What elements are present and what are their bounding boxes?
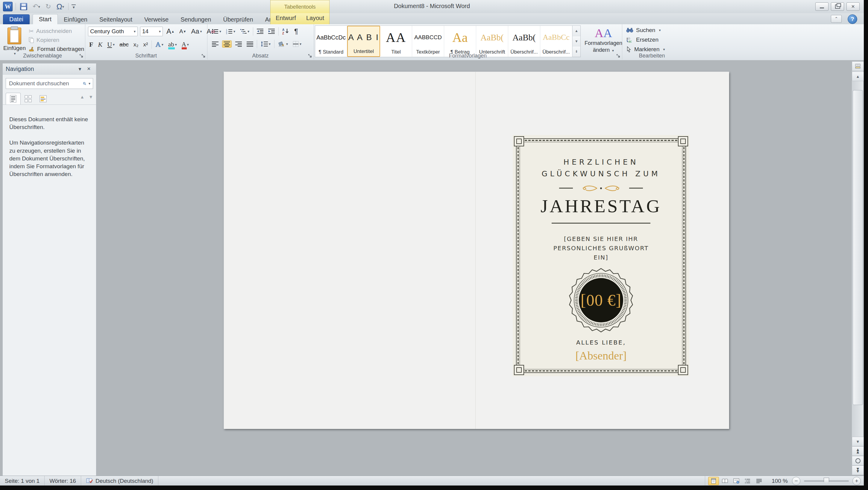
- tab-sendungen[interactable]: Sendungen: [175, 15, 217, 24]
- font-color-button[interactable]: A▾: [181, 41, 190, 48]
- bullets-button[interactable]: ▾: [211, 28, 222, 35]
- tab-entwurf[interactable]: Entwurf: [273, 13, 299, 23]
- subscript-button[interactable]: x₂: [132, 41, 140, 49]
- zoom-slider-thumb[interactable]: [824, 478, 829, 484]
- symbol-button[interactable]: Ω ▾: [55, 2, 65, 11]
- scroll-down-button[interactable]: ▼: [852, 437, 864, 446]
- superscript-button[interactable]: x²: [142, 41, 149, 49]
- increase-indent-button[interactable]: [267, 28, 276, 35]
- tab-layout[interactable]: Layout: [304, 13, 327, 23]
- vertical-scrollbar[interactable]: ▲ ▼ ▲▲ ▼▼: [852, 61, 863, 475]
- web-layout-view-button[interactable]: [731, 477, 742, 485]
- underline-button[interactable]: U▾: [106, 40, 116, 49]
- previous-heading-arrow[interactable]: ▲: [80, 94, 84, 99]
- navigation-pane-menu-arrow[interactable]: ▼: [75, 66, 85, 71]
- shading-arrow[interactable]: ▾: [286, 42, 288, 46]
- tab-ueberpruefen[interactable]: Überprüfen: [217, 15, 259, 24]
- zoom-level-button[interactable]: 100 %: [768, 478, 792, 484]
- find-arrow[interactable]: ▾: [659, 28, 660, 32]
- font-name-combo[interactable]: Century Goth ▾: [88, 27, 138, 36]
- numbering-button[interactable]: 123 ▾: [225, 28, 237, 35]
- greeting-card[interactable]: HERZLICHEN GLÜCKWUNSCH ZUM: [513, 135, 689, 376]
- bold-button[interactable]: F: [88, 40, 94, 49]
- style-ueberschrift1[interactable]: AaBb( Überschrif...: [508, 26, 540, 57]
- next-heading-arrow[interactable]: ▼: [89, 94, 93, 99]
- sort-button[interactable]: AZ: [281, 28, 291, 35]
- tab-seitenlayout[interactable]: Seitenlayout: [93, 15, 138, 24]
- nav-tab-pages[interactable]: [21, 93, 36, 104]
- underline-arrow[interactable]: ▾: [113, 42, 115, 47]
- select-arrow[interactable]: ▾: [663, 47, 665, 52]
- shrink-font-button[interactable]: A▼: [178, 28, 188, 35]
- align-center-button[interactable]: [222, 40, 232, 48]
- copy-button[interactable]: Kopieren: [28, 36, 84, 44]
- text-effects-arrow[interactable]: ▾: [162, 42, 163, 47]
- style-standard[interactable]: AaBbCcDc ¶ Standard: [315, 26, 347, 57]
- styles-scroll-down[interactable]: ▼: [572, 36, 580, 47]
- style-ueberschrift2[interactable]: AaBbCc Überschrif...: [540, 26, 572, 57]
- card-sender-placeholder[interactable]: [Absender]: [522, 349, 680, 362]
- tab-datei[interactable]: Datei: [3, 14, 30, 24]
- tab-einfuegen[interactable]: Einfügen: [58, 15, 93, 24]
- zoom-out-button[interactable]: −: [792, 477, 800, 485]
- zoom-slider[interactable]: [804, 481, 849, 482]
- customize-qat-button[interactable]: ▾: [71, 4, 76, 8]
- font-size-combo[interactable]: 14 ▾: [140, 27, 163, 36]
- document-search-box[interactable]: ▾: [6, 78, 93, 89]
- schriftart-dialog-launcher[interactable]: [201, 54, 206, 58]
- italic-button[interactable]: K: [97, 40, 103, 49]
- scrollbar-thumb[interactable]: [853, 90, 863, 405]
- decrease-indent-button[interactable]: [256, 28, 265, 35]
- format-painter-button[interactable]: Format übertragen: [28, 44, 84, 54]
- search-input[interactable]: [8, 80, 83, 87]
- show-paragraph-marks-button[interactable]: ¶: [293, 27, 299, 36]
- change-case-button[interactable]: Aa▾: [190, 27, 203, 36]
- fullscreen-reading-view-button[interactable]: [719, 477, 730, 485]
- formatvorlagen-dialog-launcher[interactable]: [616, 54, 621, 58]
- redo-button[interactable]: ↻: [44, 3, 52, 10]
- undo-button[interactable]: ↶ ▾: [31, 3, 41, 10]
- text-effects-button[interactable]: A▾: [154, 40, 164, 49]
- seal-amount[interactable]: [00 €]: [568, 268, 633, 333]
- highlight-arrow[interactable]: ▾: [175, 42, 177, 47]
- scroll-up-button[interactable]: ▲: [852, 71, 864, 81]
- bullets-arrow[interactable]: ▾: [219, 29, 221, 33]
- shading-button[interactable]: ▾: [277, 40, 289, 48]
- document-page[interactable]: HERZLICHEN GLÜCKWUNSCH ZUM: [224, 72, 729, 429]
- symbol-dropdown-arrow[interactable]: ▾: [62, 4, 64, 9]
- style-untertitel[interactable]: A A B I Untertitel: [347, 26, 380, 57]
- card-greeting-placeholder[interactable]: [GEBEN SIE HIER IHR PERSONLICHES GRUßWOR…: [552, 234, 650, 262]
- language-label[interactable]: Deutsch (Deutschland): [95, 478, 153, 484]
- strikethrough-button[interactable]: abc: [118, 41, 130, 49]
- tab-verweise[interactable]: Verweise: [138, 15, 175, 24]
- absatz-dialog-launcher[interactable]: [308, 54, 312, 58]
- draft-view-button[interactable]: [754, 477, 765, 485]
- card-greeting[interactable]: HERZLICHEN GLÜCKWUNSCH ZUM: [522, 157, 680, 180]
- navigation-pane-close-icon[interactable]: ✕: [84, 66, 93, 71]
- card-title[interactable]: JAHRESTAG: [522, 195, 680, 217]
- borders-arrow[interactable]: ▾: [300, 42, 301, 46]
- undo-dropdown-arrow[interactable]: ▾: [38, 4, 40, 9]
- style-betrag[interactable]: Aa ¶ Betrag: [444, 26, 476, 57]
- zwischenablage-dialog-launcher[interactable]: [79, 54, 84, 58]
- style-textkoerper[interactable]: AABBCCD Textkörper: [412, 26, 444, 57]
- search-options-arrow[interactable]: ▾: [89, 82, 90, 86]
- justify-button[interactable]: [245, 41, 254, 47]
- multilevel-list-button[interactable]: ▾: [239, 28, 250, 35]
- replace-button[interactable]: abac Ersetzen: [623, 35, 665, 44]
- next-page-button[interactable]: ▼▼: [852, 465, 864, 475]
- nav-tab-headings[interactable]: [6, 93, 21, 104]
- numbering-arrow[interactable]: ▾: [234, 29, 235, 33]
- help-button[interactable]: ?: [848, 14, 857, 24]
- search-icon[interactable]: [83, 80, 86, 87]
- spellcheck-indicator[interactable]: Deutsch (Deutschland): [81, 476, 158, 486]
- minimize-button[interactable]: [815, 2, 829, 11]
- ruler-toggle-button[interactable]: [852, 61, 864, 71]
- align-left-button[interactable]: [211, 41, 220, 47]
- print-layout-view-button[interactable]: [708, 477, 719, 485]
- align-right-button[interactable]: [234, 41, 243, 47]
- style-titel[interactable]: AA Titel: [380, 26, 412, 57]
- find-button[interactable]: Suchen ▾: [623, 25, 665, 35]
- save-button[interactable]: [19, 2, 28, 11]
- restore-button[interactable]: [831, 2, 844, 11]
